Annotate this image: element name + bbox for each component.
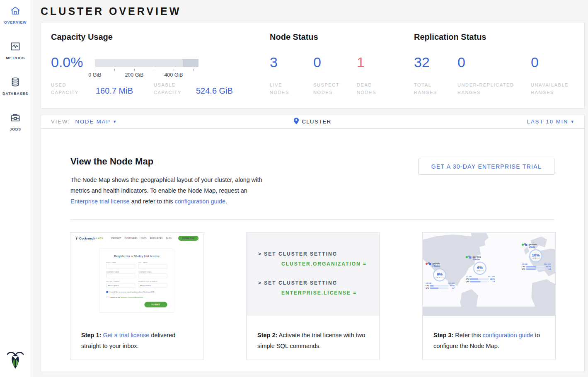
step3-card: geo=sfo 2 Nodes 9% CAPACITY 3.2 GiB 33.1…	[422, 232, 556, 360]
node-status-title: Node Status	[270, 32, 318, 42]
sql-command: SET CLUSTER SETTING	[264, 251, 337, 257]
cpu-value: 42.5%	[490, 278, 495, 280]
sidebar: OVERVIEW METRICS DATABASES	[0, 0, 31, 377]
sidebar-item-jobs[interactable]: JOBS	[0, 112, 31, 131]
prompt-symbol: >	[258, 251, 262, 257]
node-cube-icon	[468, 256, 472, 259]
description-text: and refer to this	[130, 198, 175, 205]
mini-site-header: Cockroach LABS PRODUCT CUSTOMERS DOCS RE…	[70, 233, 203, 244]
view-label: VIEW:	[51, 118, 70, 125]
time-range-value: LAST 10 MIN	[527, 118, 569, 125]
submit-button: SUBMIT	[145, 302, 167, 308]
capacity-percent: 10%	[532, 253, 540, 257]
configuration-guide-link[interactable]: configuration guide	[174, 198, 225, 205]
status-dot-green	[466, 256, 468, 258]
capacity-ring: 10% CAPACITY	[529, 249, 542, 263]
nav-item: RESOURCES	[150, 237, 163, 239]
time-range-dropdown[interactable]: LAST 10 MIN ▾	[527, 118, 573, 125]
cpu-label: CPU	[522, 266, 526, 268]
field-label: REASON FOR INTEREST	[138, 281, 167, 283]
last-name-input	[138, 264, 167, 269]
reason-select: Please Select	[138, 283, 167, 288]
view-selector-dropdown[interactable]: NODE MAP	[75, 118, 111, 125]
configuration-guide-link[interactable]: configuration guide	[482, 332, 533, 338]
suspect-nodes-label: SUSPECT NODES	[313, 81, 339, 96]
capacity-percent: 6%	[477, 265, 483, 270]
license-agreement-checkbox-row: I agree to the Software License Agreemen…	[106, 296, 167, 298]
enterprise-trial-license-link[interactable]: Enterprise trial license	[70, 198, 130, 205]
step-number: Step 2:	[257, 332, 277, 338]
home-icon	[10, 5, 21, 18]
breadcrumb-cluster: CLUSTER	[302, 118, 331, 125]
mini-site-nav: PRODUCT CUSTOMERS DOCS RESOURCES BLOG DO…	[111, 236, 198, 241]
cpu-label: CPU	[426, 285, 430, 287]
usable-capacity-value: 524.6 GiB	[196, 86, 233, 96]
unavailable-ranges-label: UNAVAILABLE RANGES	[531, 81, 569, 96]
locality-name: geo=sfo	[433, 262, 440, 265]
field-label: LAST NAME	[138, 262, 167, 263]
capacity-label: CAPACITY	[436, 277, 444, 278]
license-agreement-link: Software License Agreement.	[121, 296, 144, 298]
cockroachdb-logo	[7, 350, 24, 372]
capacity-total: 43.7 GiB	[488, 276, 495, 278]
capacity-ring: 6% CAPACITY	[473, 262, 486, 275]
logo-suffix: LABS	[96, 237, 103, 240]
cpu-label: CPU	[466, 278, 470, 280]
description-text: The Node Map shows the geographical layo…	[70, 176, 262, 194]
sidebar-item-overview[interactable]: OVERVIEW	[0, 5, 31, 24]
nav-item: CUSTOMERS	[125, 237, 138, 239]
page-title: CLUSTER OVERVIEW	[41, 5, 181, 17]
checkbox-label: I agree to the	[110, 296, 121, 298]
locality-name: geo=ams	[529, 243, 537, 246]
total-ranges-value: 32	[414, 54, 430, 70]
company-name-input	[106, 274, 136, 278]
checkbox-label: I would like to receive email updates ab…	[110, 291, 155, 293]
live-nodes-label: LIVE NODES	[270, 81, 289, 96]
enterprise-trial-button[interactable]: GET A 30-DAY ENTERPRISE TRIAL	[419, 158, 554, 175]
trial-registration-form: Register for a 30-day trial license FIRS…	[99, 249, 174, 313]
description-text: .	[225, 198, 227, 205]
locality-widget-nyc: geo=nyc 2 Nodes 6% CAPACITY 3.7 GiB 43.7…	[466, 256, 497, 283]
first-name-input	[106, 264, 136, 269]
nav-item: DOCS	[141, 237, 147, 239]
company-email-input	[138, 274, 167, 278]
nav-item: PRODUCT	[111, 237, 121, 239]
section-divider	[70, 219, 554, 220]
node-map-preview: geo=sfo 2 Nodes 9% CAPACITY 3.2 GiB 33.1…	[423, 233, 555, 316]
location-pin-icon	[294, 118, 299, 126]
chevron-down-icon[interactable]: ▾	[114, 119, 116, 124]
suspect-nodes-value: 0	[313, 54, 321, 70]
locality-widget-sfo: geo=sfo 2 Nodes 9% CAPACITY 3.2 GiB 33.1…	[426, 262, 457, 289]
project-phase-select: Please Select	[106, 283, 136, 288]
qps-value: 8.8	[490, 281, 495, 283]
usable-capacity-label: USABLE CAPACITY	[154, 81, 181, 96]
locality-name: geo=nyc	[473, 256, 481, 258]
step1-card: Cockroach LABS PRODUCT CUSTOMERS DOCS RE…	[70, 232, 203, 360]
step1-caption: Step 1: Get a trial license delivered st…	[70, 316, 203, 351]
step-number: Step 3:	[433, 332, 453, 338]
cpu-value: 11.0%	[450, 285, 455, 287]
qps-label: QPS	[426, 288, 430, 290]
capacity-percent: 9%	[437, 272, 443, 276]
databases-icon	[10, 77, 21, 89]
unavailable-ranges-value: 0	[531, 54, 539, 70]
status-dot-green	[522, 244, 524, 246]
capacity-total: 36.6 GiB	[544, 263, 551, 266]
qps-value: 4.7	[450, 288, 455, 290]
capacity-used: 3.7 GiB	[466, 276, 472, 278]
get-trial-license-link[interactable]: Get a trial license	[103, 332, 149, 338]
sidebar-item-databases[interactable]: DATABASES	[0, 77, 31, 96]
step1-screenshot: Cockroach LABS PRODUCT CUSTOMERS DOCS RE…	[70, 233, 203, 316]
form-title: Register for a 30-day trial license	[106, 254, 167, 258]
under-replicated-ranges-label: UNDER-REPLICATED RANGES	[457, 81, 514, 96]
sql-argument: CLUSTER.ORGANIZATION =	[281, 261, 379, 267]
sidebar-item-label: METRICS	[6, 56, 25, 60]
sidebar-item-metrics[interactable]: METRICS	[0, 41, 31, 60]
node-map-description: The Node Map shows the geographical layo…	[70, 174, 264, 207]
capacity-total: 33.1 GiB	[448, 283, 455, 285]
node-map-panel: View the Node Map The Node Map shows the…	[41, 128, 585, 372]
sidebar-item-label: JOBS	[10, 127, 21, 131]
capacity-label: CAPACITY	[476, 270, 484, 272]
step2-card: > SET CLUSTER SETTING CLUSTER.ORGANIZATI…	[246, 232, 380, 360]
chevron-down-icon: ▾	[571, 119, 573, 124]
